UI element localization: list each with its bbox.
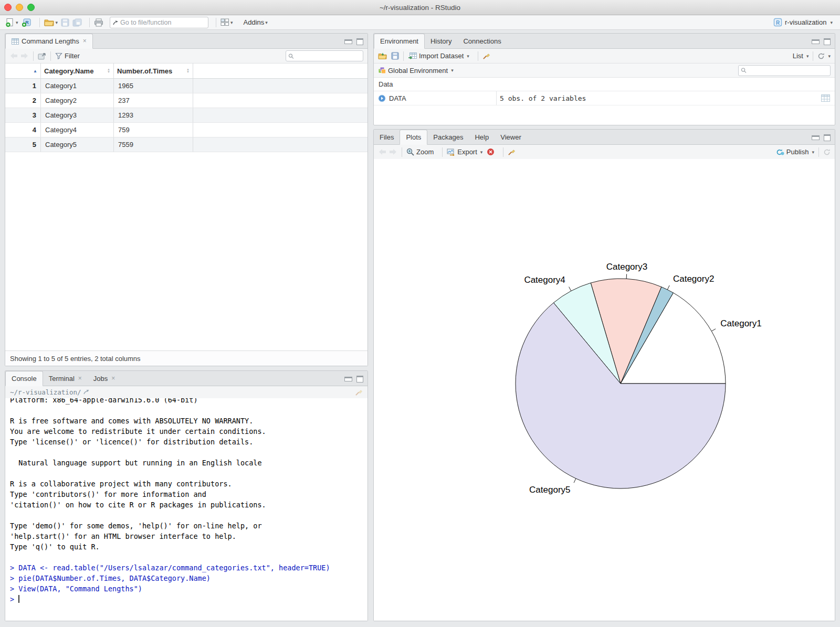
- tab-connections[interactable]: Connections: [457, 34, 507, 48]
- tab-history[interactable]: History: [425, 34, 457, 48]
- save-button[interactable]: [61, 18, 69, 27]
- back-icon[interactable]: [9, 52, 18, 59]
- pane-maximize-icon[interactable]: [356, 376, 363, 382]
- next-plot-icon[interactable]: [388, 148, 397, 155]
- export-plot-button[interactable]: Export ▾: [447, 148, 482, 156]
- addins-button[interactable]: Addins ▾: [244, 18, 268, 26]
- filter-label: Filter: [65, 52, 80, 60]
- table-row[interactable]: 5Category57559: [5, 137, 368, 152]
- pane-layout-button[interactable]: ▾: [220, 18, 233, 26]
- tab-label: Packages: [433, 130, 463, 144]
- table-row[interactable]: 2Category2237: [5, 93, 368, 108]
- print-button[interactable]: [94, 18, 103, 27]
- save-icon: [61, 18, 69, 27]
- list-view-button[interactable]: List ▾: [784, 52, 809, 60]
- export-label: Export: [457, 148, 477, 156]
- filter-button[interactable]: Filter: [55, 52, 80, 60]
- refresh-plot-icon[interactable]: [823, 148, 831, 156]
- save-all-button[interactable]: [72, 18, 82, 27]
- console-output-line: Type 'license()' or 'licence()' for dist…: [10, 437, 368, 447]
- plots-tabstrip: Files Plots Packages Help Viewer: [374, 130, 835, 145]
- pane-maximize-icon[interactable]: [356, 38, 363, 45]
- clear-console-icon[interactable]: [355, 388, 363, 396]
- popout-icon[interactable]: [38, 52, 46, 60]
- pie-label: Category3: [606, 262, 647, 272]
- new-project-button[interactable]: R: [22, 17, 32, 27]
- filter-funnel-icon: [55, 52, 62, 59]
- view-data-icon[interactable]: [821, 94, 830, 102]
- tab-close-icon[interactable]: ×: [83, 34, 87, 48]
- pane-minimize-icon[interactable]: [812, 39, 820, 44]
- toolbar-separator: [33, 51, 34, 61]
- tab-plots[interactable]: Plots: [400, 130, 427, 145]
- table-row[interactable]: 4Category4759: [5, 123, 368, 137]
- previous-plot-icon[interactable]: [378, 148, 387, 155]
- pie-label-tick: [711, 329, 716, 331]
- pie-label: Category4: [524, 275, 565, 285]
- environment-search-input[interactable]: [747, 66, 828, 75]
- data-viewer-search-input[interactable]: [294, 52, 361, 60]
- clear-environment-icon[interactable]: [482, 52, 490, 60]
- pane-minimize-icon[interactable]: [344, 377, 352, 381]
- plots-toolbar: Zoom Export ▾ Publish ▾: [374, 145, 835, 160]
- print-icon: [94, 18, 103, 27]
- export-caret-icon: ▾: [480, 150, 483, 155]
- pane-minimize-icon[interactable]: [812, 135, 820, 140]
- console-body[interactable]: Platform: x86_64-apple-darwin15.6.0 (64-…: [5, 398, 368, 621]
- addins-caret-icon: ▾: [265, 20, 268, 25]
- row-number: 2: [5, 93, 41, 108]
- table-row[interactable]: 1Category11965: [5, 79, 368, 93]
- forward-icon[interactable]: [20, 52, 29, 59]
- plots-pane: Files Plots Packages Help Viewer Zoom Ex…: [373, 129, 835, 621]
- publish-button[interactable]: Publish ▾: [776, 148, 814, 156]
- tab-label: Files: [380, 130, 394, 144]
- save-workspace-icon[interactable]: [391, 52, 399, 60]
- console-output-line: R is a collaborative project with many c…: [10, 479, 368, 489]
- refresh-caret-icon: ▾: [828, 54, 831, 59]
- pane-maximize-icon[interactable]: [824, 134, 831, 141]
- open-file-button[interactable]: ▾: [44, 18, 58, 27]
- goto-directory-icon[interactable]: [83, 389, 91, 395]
- refresh-environment-button[interactable]: ▾: [817, 52, 831, 60]
- load-workspace-icon[interactable]: [378, 52, 387, 60]
- save-all-icon: [72, 18, 82, 27]
- tab-terminal[interactable]: Terminal ×: [43, 371, 88, 386]
- tab-console[interactable]: Console: [5, 371, 43, 386]
- import-dataset-label: Import Dataset: [419, 52, 464, 60]
- column-header-number-of-times[interactable]: Number.of.Times ▲▼: [114, 63, 193, 78]
- zoom-label: Zoom: [416, 148, 434, 156]
- tab-jobs[interactable]: Jobs ×: [88, 371, 121, 386]
- sort-icons: ▲▼: [183, 68, 190, 73]
- pane-window-controls: [344, 38, 368, 48]
- pane-minimize-icon[interactable]: [344, 39, 352, 44]
- tab-label: Terminal: [49, 371, 75, 386]
- expand-object-icon[interactable]: [378, 94, 386, 102]
- new-project-icon: R: [22, 17, 32, 27]
- zoom-plot-button[interactable]: Zoom: [406, 148, 434, 156]
- environment-object-row[interactable]: DATA 5 obs. of 2 variables: [374, 91, 835, 105]
- column-header-category-name[interactable]: Category.Name ▲▼: [41, 63, 114, 78]
- row-number-header[interactable]: ▲: [5, 63, 41, 78]
- open-file-caret-icon: ▾: [56, 20, 58, 25]
- toolbar-separator: [89, 18, 90, 27]
- tab-packages[interactable]: Packages: [427, 130, 469, 144]
- tab-close-icon[interactable]: ×: [111, 371, 115, 386]
- environment-scope-button[interactable]: Global Environment ▾: [378, 67, 454, 75]
- tab-close-icon[interactable]: ×: [78, 371, 82, 386]
- project-menu-button[interactable]: R r-visualization ▾: [773, 18, 835, 27]
- import-dataset-button[interactable]: Import Dataset ▾: [408, 52, 469, 60]
- rstudio-window: ~/r-visualization - RStudio ▾ R ▾: [0, 0, 840, 627]
- tab-files[interactable]: Files: [374, 130, 400, 144]
- tab-help[interactable]: Help: [469, 130, 495, 144]
- pane-maximize-icon[interactable]: [824, 38, 831, 45]
- table-row[interactable]: 3Category31293: [5, 108, 368, 123]
- clear-all-plots-icon[interactable]: [508, 148, 516, 156]
- tab-viewer[interactable]: Viewer: [495, 130, 527, 144]
- remove-plot-button[interactable]: [487, 148, 495, 156]
- new-file-button[interactable]: ▾: [5, 18, 18, 27]
- tab-environment[interactable]: Environment: [374, 34, 425, 49]
- tab-label: Plots: [406, 130, 421, 144]
- environment-pane: Environment History Connections Import D…: [373, 33, 835, 125]
- tab-command-lengths[interactable]: Command Lengths ×: [5, 34, 93, 49]
- goto-file-input[interactable]: [119, 18, 200, 27]
